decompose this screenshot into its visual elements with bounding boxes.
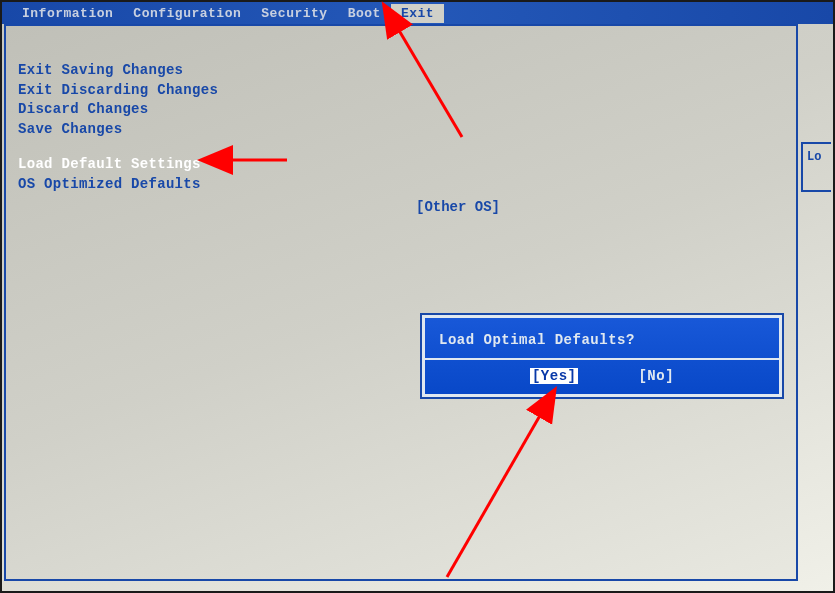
help-panel: Lo [801,142,831,192]
tab-exit[interactable]: Exit [391,4,444,23]
menu-discard-changes[interactable]: Discard Changes [18,100,796,120]
dialog-title: Load Optimal Defaults? [425,318,779,360]
tab-configuration[interactable]: Configuration [123,4,251,23]
os-optimized-value: [Other OS] [416,199,500,215]
help-panel-label: Lo [803,144,831,164]
main-panel: Exit Saving Changes Exit Discarding Chan… [4,24,798,581]
tab-security[interactable]: Security [251,4,337,23]
menu-exit-discarding-changes[interactable]: Exit Discarding Changes [18,81,796,101]
dialog-no-button[interactable]: [No] [638,368,674,384]
menu-load-default-settings[interactable]: Load Default Settings [18,155,201,175]
dialog-buttons: [Yes] [No] [425,360,779,394]
menu-os-optimized-defaults[interactable]: OS Optimized Defaults [18,175,796,195]
confirmation-dialog: Load Optimal Defaults? [Yes] [No] [422,315,782,397]
tab-information[interactable]: Information [12,4,123,23]
menu-save-changes[interactable]: Save Changes [18,120,796,140]
bios-tab-bar: Information Configuration Security Boot … [2,2,833,24]
tab-boot[interactable]: Boot [338,4,391,23]
exit-menu-list: Exit Saving Changes Exit Discarding Chan… [6,26,796,195]
dialog-yes-button[interactable]: [Yes] [530,368,579,384]
menu-exit-saving-changes[interactable]: Exit Saving Changes [18,61,796,81]
